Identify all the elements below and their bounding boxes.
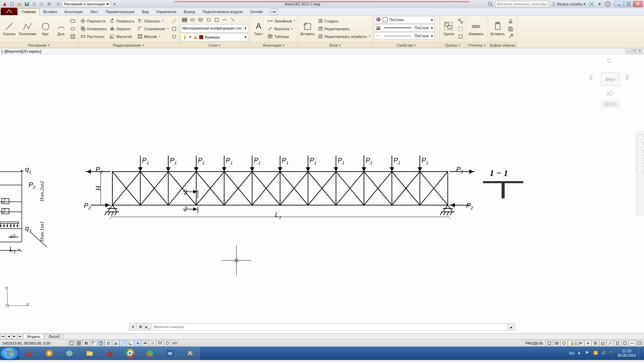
tab-nav-next[interactable]: ▶ [12, 334, 17, 339]
status-snap-icon[interactable] [75, 340, 83, 346]
status-dyn-icon[interactable] [134, 340, 142, 346]
workspace-select[interactable]: Рисование и аннотации [62, 1, 111, 7]
status-r7-icon[interactable] [606, 340, 614, 346]
task-chrome[interactable] [120, 347, 140, 359]
tool-mirror[interactable]: Зеркало [109, 25, 136, 33]
tool-insert-block[interactable]: Вставить [299, 20, 316, 37]
groups-btn2-icon[interactable] [457, 25, 464, 33]
layer-current-dropdown[interactable]: 💡 ☀ 🔓 Размеры▾ [181, 33, 248, 42]
close-button[interactable] [633, 1, 643, 7]
status-anno-scale[interactable]: 🔒 1:1 ▾ [568, 340, 584, 346]
status-polar-icon[interactable] [97, 340, 105, 346]
clip-match-icon[interactable] [507, 33, 514, 40]
maximize-button[interactable] [624, 1, 633, 7]
tab-nav-last[interactable]: ⏭ [17, 334, 23, 339]
tool-trim[interactable]: Обрезать▾ [136, 17, 170, 25]
status-otrack-icon[interactable] [119, 340, 127, 346]
status-sc-icon[interactable] [164, 340, 171, 346]
task-firefox[interactable] [140, 347, 160, 359]
task-explorer[interactable] [80, 347, 99, 359]
search-input[interactable] [495, 1, 549, 7]
task-autocad-a[interactable] [19, 347, 39, 359]
tool-line[interactable]: Отрезок [1, 20, 17, 37]
qat-more-icon[interactable]: ▾ [111, 1, 118, 7]
app-logo-icon[interactable] [1, 1, 8, 7]
tab-plugins[interactable]: Подключаемые модули [199, 8, 246, 15]
status-r4-icon[interactable] [584, 340, 592, 346]
task-mediaplayer[interactable] [40, 347, 59, 359]
status-r8-icon[interactable] [614, 340, 621, 346]
layer-btn4-icon[interactable] [205, 16, 212, 23]
doc-minimize-button[interactable]: — [625, 49, 631, 54]
layer-btn3-icon[interactable] [197, 16, 204, 23]
layer-state-dropdown[interactable]: Несохраненная конфигурация сло▾ [181, 24, 248, 33]
tool-hatch-icon[interactable] [69, 33, 76, 40]
tool-block-create[interactable]: Создать [317, 17, 371, 25]
tool-rotate[interactable]: Повернуть [109, 17, 136, 25]
status-am-icon[interactable] [171, 340, 178, 346]
status-r6-icon[interactable] [599, 340, 606, 346]
task-app[interactable] [180, 347, 200, 359]
start-button[interactable] [1, 347, 19, 359]
task-word[interactable]: W [160, 347, 180, 359]
status-cleanscreen-icon[interactable] [636, 340, 643, 346]
stayconnected-icon[interactable]: ▾ [596, 1, 603, 7]
viewcube-top-face[interactable]: Верх [601, 72, 620, 86]
tab-view[interactable]: Вид [138, 8, 152, 15]
tool-extra1-icon[interactable] [170, 17, 178, 25]
nav-orbit-icon[interactable] [637, 159, 642, 164]
command-input[interactable] [152, 323, 507, 330]
login-button[interactable]: Вход в службы ▾ [550, 2, 587, 6]
status-r9-icon[interactable] [621, 340, 629, 346]
help-icon[interactable]: ? [604, 1, 611, 7]
tool-stretch[interactable]: Растянуть [79, 33, 108, 40]
tool-polyline[interactable]: Полилиния [17, 20, 38, 37]
prop-linetype-dropdown[interactable]: ПоСлою▾ [374, 32, 435, 40]
status-ortho-icon[interactable] [90, 340, 97, 346]
minimize-button[interactable] [614, 1, 624, 7]
viewcube[interactable]: С З В Ю Верх МСК ▾ [590, 58, 631, 115]
tool-extra2-icon[interactable] [170, 25, 178, 33]
doc-restore-button[interactable]: ❐ [631, 49, 637, 54]
task-autocad[interactable] [100, 347, 119, 359]
tab-output[interactable]: Вывод [180, 8, 199, 15]
tab-parametric[interactable]: Параметризация [102, 8, 138, 15]
status-r3-icon[interactable] [560, 340, 568, 346]
tool-move[interactable]: Перенести [79, 17, 108, 25]
coordinates-readout[interactable]: 1482923.66, 382963.08, 0.00 [1, 341, 68, 345]
tool-fillet[interactable]: Сопряжение▾ [136, 25, 170, 33]
prop-lineweight-dropdown[interactable]: ПоСлою▾ [374, 24, 435, 32]
redo-icon[interactable] [38, 1, 45, 7]
groups-btn1-icon[interactable] [457, 17, 464, 25]
tool-paste[interactable]: Вставить [489, 20, 506, 37]
status-3dosnap-icon[interactable] [112, 340, 119, 346]
doc-close-button[interactable]: ✕ [637, 49, 643, 54]
command-line[interactable]: ✕ ⚙ ▸_ ▴ [129, 323, 515, 330]
new-icon[interactable] [9, 1, 15, 7]
status-r5-icon[interactable] [592, 340, 599, 346]
tool-copy[interactable]: Копировать [79, 25, 108, 33]
tool-table[interactable]: Таблица [267, 33, 296, 40]
nav-zoom-icon[interactable] [637, 150, 642, 156]
tool-leader[interactable]: Выноска▾ [267, 25, 296, 33]
tray-volume-icon[interactable]: 🔊 [601, 351, 607, 356]
nav-wheel-icon[interactable] [637, 134, 642, 140]
navigation-bar[interactable] [636, 131, 643, 215]
tab-home[interactable]: Главная [18, 8, 40, 15]
tab-layout[interactable]: Лист [87, 8, 102, 15]
tab-insert[interactable]: Вставка [40, 8, 61, 15]
tab-annotate[interactable]: Аннотации [61, 8, 87, 15]
nav-pan-icon[interactable] [637, 142, 642, 148]
cmd-history-icon[interactable]: ▴ [507, 323, 515, 330]
tool-arc[interactable]: Дуга [54, 20, 68, 37]
tool-dimlinear[interactable]: Линейный▾ [267, 17, 296, 25]
exchange-icon[interactable] [588, 1, 595, 7]
undo-icon[interactable] [31, 1, 38, 7]
tool-measure[interactable]: Измерить [467, 20, 485, 37]
tray-lang[interactable]: RU [569, 351, 575, 355]
viewcube-wcs[interactable]: МСК ▾ [602, 101, 619, 108]
tray-network-icon[interactable]: 📶 [593, 351, 599, 356]
tool-ellipse-icon[interactable] [69, 25, 76, 33]
status-tpy-icon[interactable] [149, 340, 156, 346]
tool-block-editattr[interactable]: AРедактировать атрибуты▾ [317, 33, 371, 40]
